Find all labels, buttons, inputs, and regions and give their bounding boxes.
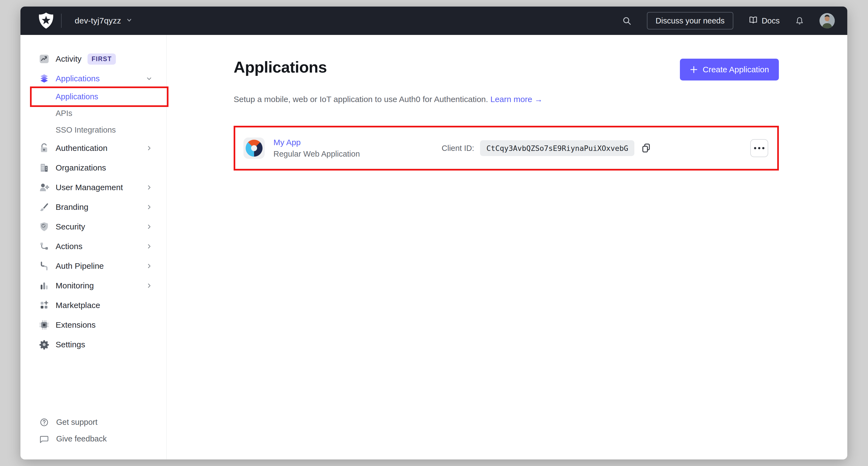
sidebar-subitem-apis[interactable]: APIs bbox=[21, 105, 166, 122]
sidebar-item-label: Activity bbox=[56, 54, 82, 64]
sidebar-item-user-management[interactable]: User Management bbox=[21, 178, 166, 197]
sidebar-subitem-label: APIs bbox=[56, 109, 72, 118]
sidebar-item-branding[interactable]: Branding bbox=[21, 197, 166, 217]
get-support-link[interactable]: Get support bbox=[21, 414, 166, 431]
application-name-link[interactable]: My App bbox=[273, 138, 360, 147]
client-id-label: Client ID: bbox=[442, 144, 474, 153]
discuss-your-needs-button[interactable]: Discuss your needs bbox=[647, 12, 733, 29]
give-feedback-label: Give feedback bbox=[56, 434, 106, 443]
sidebar-item-label: User Management bbox=[56, 183, 123, 192]
application-type: Regular Web Application bbox=[273, 149, 360, 158]
user-avatar[interactable] bbox=[819, 13, 835, 28]
sidebar-item-auth-pipeline[interactable]: Auth Pipeline bbox=[21, 256, 166, 276]
sidebar-item-label: Extensions bbox=[56, 320, 96, 329]
sidebar-item-label: Monitoring bbox=[56, 281, 94, 290]
sidebar-item-activity[interactable]: Activity FIRST bbox=[21, 49, 166, 69]
chevron-right-icon bbox=[146, 243, 152, 250]
app-window: dev-tyj7qyzz Discuss your needs Docs bbox=[21, 6, 847, 460]
topbar: dev-tyj7qyzz Discuss your needs Docs bbox=[21, 6, 847, 35]
docs-label: Docs bbox=[762, 17, 780, 25]
sidebar-item-extensions[interactable]: Extensions bbox=[21, 315, 166, 335]
bar-chart-icon bbox=[38, 280, 50, 292]
sidebar-item-monitoring[interactable]: Monitoring bbox=[21, 276, 166, 295]
book-icon bbox=[749, 16, 758, 26]
applications-layers-icon bbox=[38, 72, 50, 85]
plus-icon bbox=[690, 65, 698, 74]
docs-link[interactable]: Docs bbox=[749, 16, 780, 26]
first-badge: FIRST bbox=[88, 54, 116, 65]
chip-icon bbox=[38, 319, 50, 331]
client-id-value: CtCqy3AvbQZSo7sE9RiynaPuiXOxvebG bbox=[480, 140, 634, 156]
main-content: Applications Create Application Setup a … bbox=[166, 35, 847, 460]
ellipsis-dot bbox=[758, 147, 760, 149]
gear-icon bbox=[38, 339, 50, 351]
help-circle-icon bbox=[38, 416, 50, 428]
notifications-bell-icon[interactable] bbox=[795, 16, 804, 25]
chevron-right-icon bbox=[146, 224, 152, 230]
sidebar-item-label: Auth Pipeline bbox=[56, 261, 104, 271]
auth0-logo-icon[interactable] bbox=[38, 12, 54, 29]
create-application-button[interactable]: Create Application bbox=[680, 59, 779, 81]
sidebar-item-marketplace[interactable]: Marketplace bbox=[21, 295, 166, 315]
building-icon bbox=[38, 162, 50, 174]
sidebar-subitem-applications[interactable]: Applications bbox=[21, 88, 166, 105]
subtitle-text: Setup a mobile, web or IoT application t… bbox=[234, 95, 488, 104]
sidebar-item-label: Actions bbox=[56, 242, 82, 251]
sidebar-item-label: Branding bbox=[56, 202, 88, 212]
topbar-right: Discuss your needs Docs bbox=[622, 12, 835, 29]
ellipsis-dot bbox=[762, 147, 765, 149]
learn-more-label: Learn more bbox=[490, 95, 532, 104]
sidebar-item-settings[interactable]: Settings bbox=[21, 335, 166, 354]
copy-icon[interactable] bbox=[641, 143, 652, 154]
page-title: Applications bbox=[234, 59, 327, 76]
page-header: Applications Create Application bbox=[234, 59, 779, 81]
tenant-switcher[interactable]: dev-tyj7qyzz bbox=[75, 16, 132, 25]
chevron-down-icon bbox=[146, 76, 152, 82]
sidebar-item-label: Organizations bbox=[56, 163, 106, 172]
application-logo bbox=[243, 138, 265, 159]
arrow-right-icon: → bbox=[535, 95, 543, 104]
sidebar: Activity FIRST Applications Applications… bbox=[21, 35, 166, 460]
sidebar-item-label: Settings bbox=[56, 340, 85, 349]
user-gear-icon bbox=[38, 181, 50, 194]
chevron-right-icon bbox=[146, 283, 152, 289]
sidebar-footer: Get support Give feedback bbox=[21, 414, 166, 447]
create-application-label: Create Application bbox=[703, 65, 769, 74]
chevron-right-icon bbox=[146, 184, 152, 191]
sidebar-subitem-sso-integrations[interactable]: SSO Integrations bbox=[21, 122, 166, 138]
sidebar-item-applications[interactable]: Applications bbox=[21, 69, 166, 88]
sidebar-item-authentication[interactable]: Authentication bbox=[21, 138, 166, 158]
application-identity: My App Regular Web Application bbox=[273, 138, 360, 158]
sidebar-item-label: Authentication bbox=[56, 144, 107, 153]
learn-more-link[interactable]: Learn more → bbox=[490, 95, 543, 104]
client-id-group: Client ID: CtCqy3AvbQZSo7sE9RiynaPuiXOxv… bbox=[442, 140, 652, 156]
application-menu-button[interactable] bbox=[750, 139, 768, 157]
app-donut-logo-icon bbox=[246, 140, 262, 156]
ellipsis-dot bbox=[754, 147, 756, 149]
chevron-right-icon bbox=[146, 263, 152, 269]
pipeline-icon bbox=[38, 260, 50, 272]
marketplace-grid-plus-icon bbox=[38, 299, 50, 311]
sidebar-item-organizations[interactable]: Organizations bbox=[21, 158, 166, 178]
speech-bubble-icon bbox=[38, 433, 50, 445]
paintbrush-icon bbox=[38, 201, 50, 213]
row-bottom-border bbox=[236, 168, 777, 168]
application-row: My App Regular Web Application Client ID… bbox=[234, 126, 779, 171]
chevron-right-icon bbox=[146, 145, 152, 151]
give-feedback-link[interactable]: Give feedback bbox=[21, 431, 166, 447]
tenant-name: dev-tyj7qyzz bbox=[75, 16, 121, 25]
sidebar-item-security[interactable]: Security bbox=[21, 217, 166, 237]
discuss-your-needs-label: Discuss your needs bbox=[656, 17, 724, 25]
shield-check-icon bbox=[38, 221, 50, 233]
topbar-divider bbox=[61, 13, 62, 28]
lock-icon bbox=[38, 142, 50, 154]
actions-flow-icon bbox=[38, 240, 50, 252]
page-subtitle: Setup a mobile, web or IoT application t… bbox=[234, 94, 779, 105]
get-support-label: Get support bbox=[56, 418, 98, 427]
sidebar-subitem-label: SSO Integrations bbox=[56, 125, 116, 135]
sidebar-item-label: Applications bbox=[56, 74, 100, 83]
search-icon[interactable] bbox=[622, 16, 632, 26]
activity-icon bbox=[38, 53, 50, 65]
sidebar-item-actions[interactable]: Actions bbox=[21, 237, 166, 256]
sidebar-item-label: Security bbox=[56, 222, 85, 231]
